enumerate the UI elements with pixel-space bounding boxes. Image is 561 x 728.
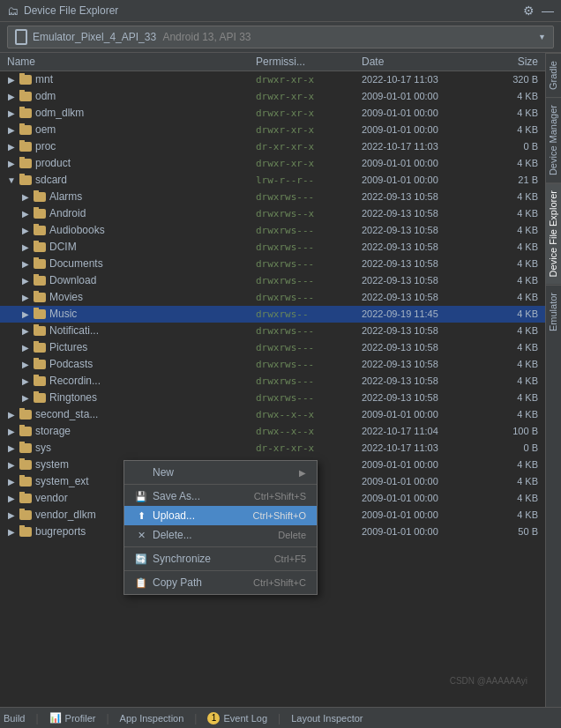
expand-icon[interactable]: [21, 326, 30, 336]
table-row[interactable]: sdcard lrw-r--r-- 2009-01-01 00:00 21 B: [0, 172, 545, 189]
sidebar-tab[interactable]: Emulator: [546, 285, 561, 338]
sidebar-tab[interactable]: Gradle: [546, 53, 561, 97]
file-date: 2009-01-01 00:00: [362, 459, 485, 470]
file-name-label: product: [35, 157, 71, 169]
menu-item[interactable]: 📋 Copy Path Ctrl+Shift+C: [124, 573, 317, 592]
expand-icon[interactable]: [7, 527, 16, 537]
file-name: proc: [7, 140, 256, 152]
expand-icon[interactable]: [7, 427, 16, 436]
expand-icon[interactable]: [21, 259, 30, 269]
file-permissions: drwxrws---: [256, 325, 362, 337]
expand-icon[interactable]: [21, 393, 30, 403]
expand-icon[interactable]: [21, 226, 30, 235]
menu-item-label: Copy Path: [153, 576, 202, 589]
table-row[interactable]: odm drwxr-xr-x 2009-01-01 00:00 4 KB: [0, 88, 545, 105]
file-date: 2009-01-01 00:00: [362, 509, 485, 520]
expand-icon[interactable]: [7, 75, 16, 85]
expand-icon[interactable]: [21, 293, 30, 302]
table-row[interactable]: Download drwxrws--- 2022-09-13 10:58 4 K…: [0, 272, 545, 289]
file-size: 50 B: [485, 526, 538, 537]
menu-item[interactable]: New ▶: [124, 463, 317, 482]
menu-item[interactable]: ✕ Delete... Delete: [124, 525, 317, 545]
table-row[interactable]: oem drwxr-xr-x 2009-01-01 00:00 4 KB: [0, 122, 545, 138]
table-row[interactable]: DCIM drwxrws--- 2022-09-13 10:58 4 KB: [0, 239, 545, 256]
file-size: 4 KB: [485, 191, 538, 202]
menu-item-left: New: [135, 466, 174, 479]
menu-item[interactable]: 🔄 Synchronize Ctrl+F5: [124, 549, 317, 568]
device-dropdown[interactable]: Emulator_Pixel_4_API_33 Android 13, API …: [7, 26, 554, 48]
table-row[interactable]: Notificati... drwxrws--- 2022-09-13 10:5…: [0, 323, 545, 339]
table-row[interactable]: Music drwxrws-- 2022-09-19 11:45 4 KB: [0, 306, 545, 323]
menu-item-left: 📋 Copy Path: [135, 576, 202, 589]
expand-icon[interactable]: [7, 477, 16, 487]
expand-icon[interactable]: [7, 443, 16, 453]
expand-icon[interactable]: [7, 108, 16, 118]
file-permissions: drwxrws---: [256, 359, 362, 370]
file-name-label: Notificati...: [49, 324, 99, 337]
file-name-label: bugreports: [35, 525, 86, 538]
table-row[interactable]: Alarms drwxrws--- 2022-09-13 10:58 4 KB: [0, 189, 545, 205]
table-row[interactable]: Recordin... drwxrws--- 2022-09-13 10:58 …: [0, 373, 545, 390]
file-name: second_sta...: [7, 408, 256, 420]
expand-icon[interactable]: [21, 376, 30, 386]
file-name-label: system_ext: [35, 475, 89, 487]
toolbar-item[interactable]: Layout Inspector: [291, 713, 363, 724]
expand-icon[interactable]: [21, 209, 30, 219]
toolbar-item[interactable]: 📊Profiler: [49, 712, 96, 724]
folder-icon: [19, 527, 32, 537]
table-row[interactable]: odm_dlkm drwxr-xr-x 2009-01-01 00:00 4 K…: [0, 105, 545, 122]
menu-item[interactable]: 💾 Save As... Ctrl+Shift+S: [124, 487, 317, 506]
file-size: 4 KB: [485, 493, 538, 503]
file-date: 2022-09-13 10:58: [362, 191, 485, 202]
expand-icon[interactable]: [21, 360, 30, 369]
expand-icon[interactable]: [21, 343, 30, 353]
file-list[interactable]: mnt drwxr-xr-x 2022-10-17 11:03 320 B od…: [0, 71, 545, 707]
expand-icon[interactable]: [21, 192, 30, 202]
table-row[interactable]: second_sta... drwx--x--x 2009-01-01 00:0…: [0, 406, 545, 423]
table-row[interactable]: Movies drwxrws--- 2022-09-13 10:58 4 KB: [0, 289, 545, 306]
file-size: 4 KB: [485, 459, 538, 470]
expand-icon[interactable]: [21, 242, 30, 252]
sidebar-tab[interactable]: Device Manager: [546, 97, 561, 182]
table-row[interactable]: product drwxr-xr-x 2009-01-01 00:00 4 KB: [0, 155, 545, 172]
file-name: odm: [7, 90, 256, 102]
expand-icon[interactable]: [21, 309, 30, 319]
table-row[interactable]: Documents drwxrws--- 2022-09-13 10:58 4 …: [0, 256, 545, 272]
table-row[interactable]: storage drwx--x--x 2022-10-17 11:04 100 …: [0, 423, 545, 440]
menu-item[interactable]: ⬆ Upload... Ctrl+Shift+O: [124, 506, 317, 525]
table-row[interactable]: mnt drwxr-xr-x 2022-10-17 11:03 320 B: [0, 71, 545, 88]
table-row[interactable]: Podcasts drwxrws--- 2022-09-13 10:58 4 K…: [0, 356, 545, 373]
table-row[interactable]: sys dr-xr-xr-x 2022-10-17 11:03 0 B: [0, 440, 545, 457]
settings-icon[interactable]: ⚙: [523, 4, 535, 18]
minimize-icon[interactable]: —: [542, 4, 554, 18]
toolbar-separator: |: [194, 712, 197, 724]
table-row[interactable]: Android drwxrws--x 2022-09-13 10:58 4 KB: [0, 205, 545, 222]
sidebar-tab[interactable]: Device File Explorer: [546, 182, 561, 284]
col-name: Name: [7, 56, 256, 68]
toolbar-item[interactable]: 1 Event Log: [207, 712, 267, 724]
expand-icon[interactable]: [21, 276, 30, 286]
expand-icon[interactable]: [7, 159, 16, 168]
expand-icon[interactable]: [7, 175, 16, 185]
expand-icon[interactable]: [7, 125, 16, 135]
table-row[interactable]: proc dr-xr-xr-x 2022-10-17 11:03 0 B: [0, 138, 545, 155]
expand-icon[interactable]: [7, 92, 16, 101]
table-row[interactable]: Pictures drwxrws--- 2022-09-13 10:58 4 K…: [0, 339, 545, 356]
file-permissions: drwxrws---: [256, 241, 362, 253]
file-permissions: drwxrws---: [256, 258, 362, 270]
toolbar-item[interactable]: Build: [4, 713, 25, 724]
folder-icon: [34, 376, 46, 386]
expand-icon[interactable]: [7, 142, 16, 152]
table-row[interactable]: Audiobooks drwxrws--- 2022-09-13 10:58 4…: [0, 222, 545, 239]
table-row[interactable]: Ringtones drwxrws--- 2022-09-13 10:58 4 …: [0, 390, 545, 406]
file-permissions: drwxr-xr-x: [256, 91, 362, 102]
expand-icon[interactable]: [7, 494, 16, 503]
expand-icon[interactable]: [7, 410, 16, 420]
file-name-label: second_sta...: [35, 408, 98, 420]
toolbar-item[interactable]: App Inspection: [120, 713, 184, 724]
expand-icon[interactable]: [7, 460, 16, 470]
profiler-icon: 📊: [49, 712, 62, 724]
toolbar-separator: |: [278, 712, 280, 724]
file-permissions: drwxrws---: [256, 225, 362, 236]
expand-icon[interactable]: [7, 510, 16, 520]
